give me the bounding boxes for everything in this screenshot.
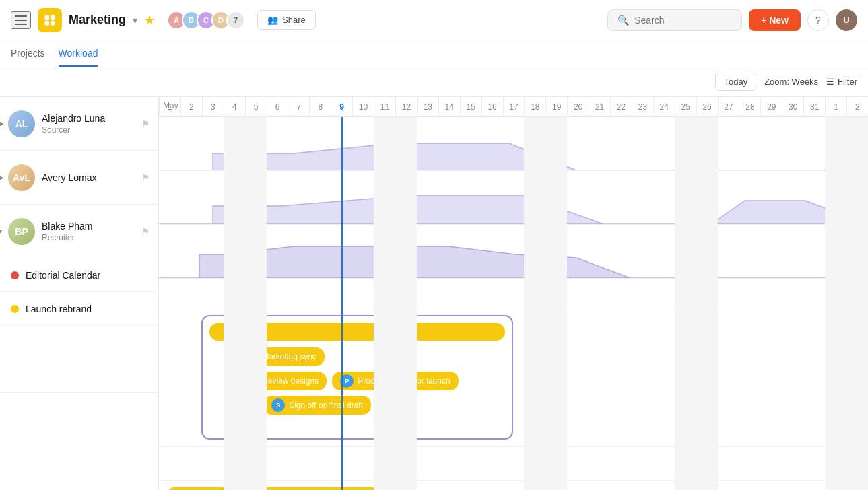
today-button[interactable]: Today	[715, 73, 756, 91]
person-row-avery: ▶ AvL Avery Lomax ⚑	[0, 151, 158, 205]
task-bar-signoff[interactable]: S Sign off on final draft	[263, 396, 371, 415]
avatar-blake: BP	[8, 218, 35, 245]
expand-blake[interactable]: ▾	[0, 228, 2, 235]
expanded-task-box: B Marketing sync R Review designs P Proo…	[201, 315, 513, 440]
date-cell-4: 4	[224, 97, 245, 117]
date-header: May 123456789101112131415161718192021222…	[159, 97, 868, 117]
date-cell-16: 16	[481, 97, 503, 117]
timeline-row-bottom	[159, 481, 868, 490]
filter-label: Filter	[838, 77, 857, 87]
date-cells: 1234567891011121314151617181920212223242…	[159, 97, 868, 116]
chart-avery	[159, 187, 868, 224]
project-label-rebrand[interactable]: Launch rebrand	[26, 304, 92, 314]
task-avatar-review: R	[244, 374, 258, 388]
menu-button[interactable]	[11, 11, 31, 29]
expand-alejandro[interactable]: ▶	[0, 120, 4, 127]
task-bar-review[interactable]: R Review designs	[236, 372, 327, 390]
svg-rect-3	[51, 20, 55, 25]
app-logo	[38, 8, 62, 32]
member-count[interactable]: 7	[226, 11, 245, 30]
timeline-body: B Marketing sync R Review designs P Proo…	[159, 117, 868, 490]
timeline-row-blake	[159, 225, 868, 279]
date-cell-18: 18	[524, 97, 545, 117]
task-avatar-signoff: S	[271, 398, 285, 412]
date-cell-15: 15	[460, 97, 481, 117]
rebrand-bar-top[interactable]	[209, 323, 505, 341]
chart-alejandro	[159, 133, 868, 170]
chart-blake	[159, 241, 868, 278]
new-button-label: + New	[761, 15, 789, 26]
tab-workload[interactable]: Workload	[59, 41, 98, 67]
filter-button[interactable]: ☰ Filter	[826, 77, 857, 87]
date-cell-1: 1	[825, 97, 846, 117]
date-cell-22: 22	[610, 97, 632, 117]
date-cell-6: 6	[267, 97, 288, 117]
date-cell-11: 11	[374, 97, 395, 117]
search-icon: 🔍	[617, 15, 629, 26]
person-name-blake: Blake Pham	[42, 221, 135, 232]
task-label-signoff: Sign off on final draft	[289, 400, 363, 410]
date-cell-10: 10	[352, 97, 374, 117]
search-input[interactable]	[634, 15, 729, 26]
timeline-row-editorial	[159, 279, 868, 312]
person-role-blake: Recruiter	[42, 233, 135, 242]
tab-projects[interactable]: Projects	[11, 41, 45, 67]
project-dot-rebrand	[11, 305, 19, 313]
date-cell-14: 14	[438, 97, 460, 117]
svg-rect-0	[45, 15, 50, 20]
flag-icon-avery[interactable]: ⚑	[141, 172, 150, 183]
timeline-row-rebrand: B Marketing sync R Review designs P Proo…	[159, 312, 868, 447]
date-cell-30: 30	[782, 97, 803, 117]
empty-row-2	[0, 359, 158, 393]
chevron-down-icon[interactable]: ▾	[133, 15, 137, 26]
new-button[interactable]: + New	[749, 9, 801, 31]
date-cell-27: 27	[718, 97, 739, 117]
task-avatar-sync: B	[244, 350, 258, 363]
member-avatars: A B C D 7	[167, 11, 245, 30]
date-cell-17: 17	[503, 97, 525, 117]
task-label-sync: Marketing sync	[262, 352, 316, 361]
date-cell-8: 8	[309, 97, 331, 117]
date-cell-28: 28	[739, 97, 760, 117]
flag-icon-alejandro[interactable]: ⚑	[141, 118, 150, 129]
person-row-alejandro: ▶ AL Alejandro Luna Sourcer ⚑	[0, 97, 158, 151]
date-cell-2: 2	[180, 97, 202, 117]
date-cell-12: 12	[395, 97, 417, 117]
bottom-bar[interactable]	[166, 487, 415, 490]
person-name-alejandro: Alejandro Luna	[42, 113, 135, 124]
date-cell-20: 20	[567, 97, 589, 117]
date-cell-9: 9	[331, 97, 352, 117]
project-dot-editorial	[11, 271, 19, 279]
project-row-rebrand: Launch rebrand	[0, 292, 158, 326]
filter-icon: ☰	[826, 77, 834, 87]
star-icon[interactable]: ★	[144, 13, 155, 28]
date-cell-1: 1	[159, 97, 180, 117]
share-icon: 👥	[267, 15, 278, 25]
date-cell-21: 21	[589, 97, 610, 117]
task-bar-sync[interactable]: B Marketing sync	[236, 347, 325, 366]
help-button[interactable]: ?	[807, 9, 829, 31]
workload-area: ▶ AL Alejandro Luna Sourcer ⚑ ▶ AvL Aver…	[0, 97, 868, 490]
expand-avery[interactable]: ▶	[0, 174, 4, 181]
project-label-editorial[interactable]: Editorial Calendar	[26, 270, 100, 281]
flag-icon-blake[interactable]: ⚑	[141, 226, 150, 237]
task-row-signoff: S Sign off on final draft	[209, 396, 505, 415]
share-button[interactable]: 👥 Share	[257, 10, 316, 30]
date-cell-13: 13	[417, 97, 438, 117]
timeline: May 123456789101112131415161718192021222…	[159, 97, 868, 490]
header: Marketing ▾ ★ A B C D 7 👥 Share 🔍 + New …	[0, 0, 868, 40]
user-avatar[interactable]: U	[836, 9, 857, 31]
date-cell-31: 31	[803, 97, 825, 117]
task-label-proofread: Proofread copy for launch	[358, 376, 450, 386]
header-right: 🔍 + New ? U	[607, 9, 857, 31]
empty-row-1	[0, 326, 158, 359]
date-cell-5: 5	[245, 97, 267, 117]
task-avatar-proofread: P	[340, 374, 354, 388]
search-bar[interactable]: 🔍	[607, 9, 742, 31]
date-cell-23: 23	[632, 97, 653, 117]
task-label-review: Review designs	[262, 376, 319, 386]
date-cell-29: 29	[760, 97, 782, 117]
zoom-control[interactable]: Zoom: Weeks	[764, 77, 818, 87]
person-row-blake: ▾ BP Blake Pham Recruiter ⚑	[0, 205, 158, 258]
task-bar-proofread[interactable]: P Proofread copy for launch	[332, 372, 458, 390]
